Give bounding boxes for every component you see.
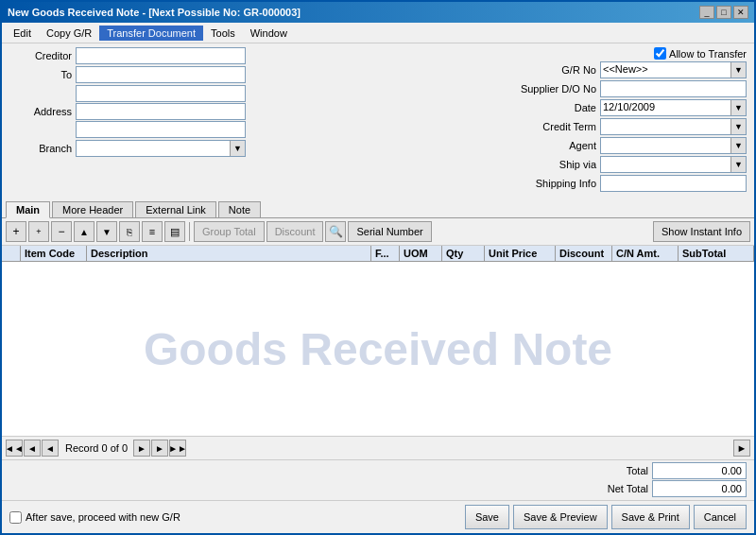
address-label: Address [9, 106, 76, 117]
menu-transfer-doc[interactable]: Transfer Document [99, 26, 203, 41]
after-save-label: After save, proceed with new G/R [26, 511, 180, 523]
menu-edit[interactable]: Edit [6, 26, 39, 41]
group-total-button[interactable]: Group Total [194, 221, 265, 242]
nav-record-info: Record 0 of 0 [65, 442, 128, 454]
show-instant-info-button[interactable]: Show Instant Info [653, 221, 750, 242]
discount-button[interactable]: Discount [266, 221, 324, 242]
totals-area: Total 0.00 Net Total 0.00 [2, 460, 754, 500]
tab-more-header[interactable]: More Header [52, 201, 133, 217]
tab-external-link[interactable]: External Link [135, 201, 216, 217]
address-input-1[interactable] [76, 85, 246, 102]
branch-combo-arrow[interactable]: ▼ [230, 141, 245, 156]
address-input-3[interactable] [76, 121, 246, 138]
credit-term-value [601, 119, 730, 134]
supplier-do-input[interactable] [600, 80, 747, 97]
agent-arrow[interactable]: ▼ [730, 138, 746, 153]
nav-next2-button[interactable]: ► [151, 440, 168, 457]
menu-tools[interactable]: Tools [203, 26, 243, 41]
save-button[interactable]: Save [465, 505, 509, 529]
address-input-2[interactable] [76, 103, 246, 120]
date-arrow[interactable]: ▼ [730, 100, 746, 115]
agent-value [601, 138, 730, 153]
copy-row-button[interactable]: ⎘ [119, 221, 140, 242]
col-uom: UOM [400, 246, 442, 261]
add-row-button[interactable]: + [6, 221, 26, 242]
total-row: Total 0.00 [9, 462, 747, 479]
agent-row: Agent ▼ [472, 137, 747, 154]
date-row: Date 12/10/2009 ▼ [472, 99, 747, 116]
creditor-label: Creditor [9, 50, 76, 61]
nav-prev-button[interactable]: ◄ [42, 440, 59, 457]
menu-bar: Edit Copy G/R Transfer Document Tools Wi… [2, 23, 754, 43]
supplier-do-label: Supplier D/O No [510, 83, 600, 95]
add-row-button2[interactable]: + [28, 221, 49, 242]
credit-term-label: Credit Term [510, 121, 600, 132]
creditor-input[interactable] [76, 47, 246, 64]
date-value: 12/10/2009 [601, 100, 730, 115]
gr-no-arrow[interactable]: ▼ [730, 62, 746, 78]
window-title: New Goods Received Note - [Next Possible… [8, 7, 301, 18]
title-bar: New Goods Received Note - [Next Possible… [2, 2, 754, 23]
serial-number-button[interactable]: Serial Number [348, 221, 431, 242]
nav-last-button[interactable]: ►► [169, 440, 186, 457]
ship-via-combo[interactable]: ▼ [600, 156, 747, 173]
col-discount: Discount [556, 246, 612, 261]
data-grid: Item Code Description F... UOM Qty Unit … [2, 246, 754, 436]
col-subtotal: SubTotal [679, 246, 754, 261]
to-input[interactable] [76, 66, 246, 83]
agent-combo[interactable]: ▼ [600, 137, 747, 154]
maximize-button[interactable]: □ [716, 6, 731, 19]
tab-main[interactable]: Main [6, 201, 50, 218]
net-total-row: Net Total 0.00 [9, 480, 747, 497]
list-button[interactable]: ≡ [142, 221, 163, 242]
date-label: Date [510, 102, 600, 113]
status-left: After save, proceed with new G/R [9, 511, 180, 524]
remove-row-button[interactable]: − [51, 221, 72, 242]
close-button[interactable]: ✕ [733, 6, 748, 19]
move-down-button[interactable]: ▼ [96, 221, 117, 242]
toolbar: + + − ▲ ▼ ⎘ ≡ ▤ Group Total Discount 🔍 S… [2, 218, 754, 246]
menu-copy-gr[interactable]: Copy G/R [39, 26, 99, 41]
save-print-button[interactable]: Save & Print [611, 505, 690, 529]
gr-no-combo[interactable]: <<New>> ▼ [600, 61, 747, 78]
branch-label: Branch [9, 143, 76, 154]
shipping-info-input[interactable] [600, 175, 747, 192]
credit-term-combo[interactable]: ▼ [600, 118, 747, 135]
search-button[interactable]: 🔍 [325, 221, 346, 242]
branch-combo-input[interactable] [77, 141, 230, 156]
col-unit-price: Unit Price [485, 246, 556, 261]
tabs: Main More Header External Link Note [2, 199, 754, 218]
col-description: Description [87, 246, 371, 261]
col-item-code: Item Code [21, 246, 87, 261]
shipping-info-row: Shipping Info [472, 175, 747, 192]
to-label: To [9, 69, 76, 80]
col-f: F... [371, 246, 400, 261]
minimize-button[interactable]: _ [699, 6, 714, 19]
creditor-row: Creditor [9, 47, 465, 64]
cancel-button[interactable]: Cancel [694, 505, 747, 529]
nav-first-button[interactable]: ◄◄ [6, 440, 23, 457]
credit-term-row: Credit Term ▼ [472, 118, 747, 135]
after-save-checkbox[interactable] [9, 511, 22, 524]
date-combo[interactable]: 12/10/2009 ▼ [600, 99, 747, 116]
window-controls: _ □ ✕ [699, 6, 748, 19]
allow-transfer-label: Allow to Transfer [669, 48, 747, 60]
allow-transfer-checkbox[interactable] [654, 47, 666, 60]
scroll-right-button[interactable]: ► [733, 440, 750, 457]
total-label: Total [576, 465, 652, 476]
move-up-button[interactable]: ▲ [74, 221, 94, 242]
nav-prev2-button[interactable]: ◄ [24, 440, 41, 457]
gr-no-value: <<New>> [601, 62, 730, 78]
branch-combo[interactable]: ▼ [76, 140, 246, 157]
col-qty: Qty [442, 246, 485, 261]
save-preview-button[interactable]: Save & Preview [513, 505, 608, 529]
ship-via-value [601, 157, 730, 172]
toolbar-separator [189, 222, 190, 241]
list2-button[interactable]: ▤ [164, 221, 185, 242]
tab-note[interactable]: Note [218, 201, 261, 217]
gr-no-row: G/R No <<New>> ▼ [472, 61, 747, 78]
nav-next-button[interactable]: ► [133, 440, 150, 457]
menu-window[interactable]: Window [243, 26, 295, 41]
credit-term-arrow[interactable]: ▼ [730, 119, 746, 134]
ship-via-arrow[interactable]: ▼ [730, 157, 746, 172]
